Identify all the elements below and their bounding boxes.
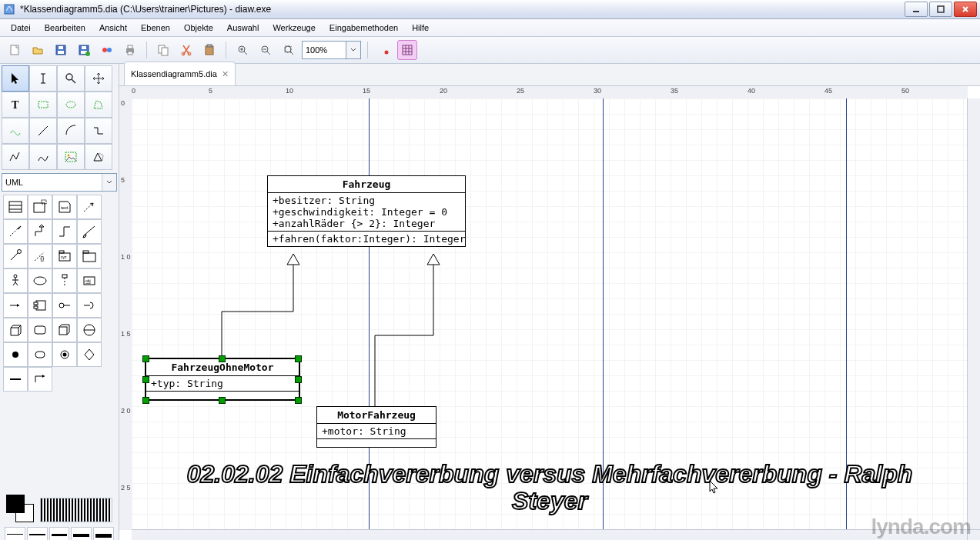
- scrollbar-vertical[interactable]: [967, 98, 980, 530]
- selection-handle[interactable]: [295, 376, 302, 383]
- uml-provided-interface-icon[interactable]: [52, 293, 77, 318]
- thickness-5[interactable]: [93, 527, 114, 540]
- fg-bg-swatches[interactable]: [6, 495, 34, 522]
- snap-grid-button[interactable]: [397, 40, 417, 60]
- tool-zigzag[interactable]: [85, 118, 112, 144]
- save-as-button[interactable]: [74, 40, 94, 60]
- selection-handle[interactable]: [142, 355, 149, 362]
- uml-class-MotorFahrzeug[interactable]: MotorFahrzeug+motor: String: [316, 406, 436, 448]
- cut-button[interactable]: [176, 40, 196, 60]
- tool-polygon[interactable]: [85, 92, 112, 118]
- tool-scroll[interactable]: [85, 65, 112, 92]
- maximize-button[interactable]: [929, 2, 952, 17]
- uml-aggregation-icon[interactable]: [77, 219, 102, 244]
- menu-objekte[interactable]: Objekte: [178, 22, 219, 34]
- tool-line[interactable]: [29, 118, 57, 144]
- uml-note-icon[interactable]: text: [52, 195, 77, 219]
- uml-required-interface-icon[interactable]: [77, 293, 102, 318]
- tool-text[interactable]: T: [2, 92, 29, 118]
- snap-point-button[interactable]: [374, 40, 394, 60]
- tool-box[interactable]: [29, 92, 57, 118]
- open-file-button[interactable]: [28, 40, 48, 60]
- guide-vertical[interactable]: [369, 98, 370, 530]
- uml-3dbox-icon[interactable]: [52, 318, 77, 342]
- selection-handle[interactable]: [142, 397, 149, 404]
- print-button[interactable]: [120, 40, 140, 60]
- uml-message-icon[interactable]: [3, 293, 28, 318]
- fg-swatch[interactable]: [6, 495, 25, 513]
- tool-bezier-line[interactable]: [29, 144, 57, 170]
- tool-image[interactable]: [57, 144, 85, 170]
- save-button[interactable]: [51, 40, 71, 60]
- thickness-4[interactable]: [71, 527, 92, 540]
- selection-handle[interactable]: [142, 376, 149, 383]
- zoom-dropdown[interactable]: [346, 41, 361, 59]
- copy-button[interactable]: [153, 40, 173, 60]
- close-tab-icon[interactable]: ✕: [222, 69, 229, 79]
- uml-template-icon[interactable]: [28, 195, 52, 219]
- uml-class-stereotype-icon[interactable]: [77, 318, 102, 342]
- zoom-in-button[interactable]: [232, 40, 253, 60]
- new-file-button[interactable]: [5, 40, 25, 60]
- scrollbar-horizontal[interactable]: [132, 529, 968, 540]
- uml-small-package-icon[interactable]: xyz: [52, 244, 77, 268]
- uml-dependency-icon[interactable]: [77, 195, 102, 219]
- tool-bezier-area[interactable]: [2, 118, 29, 144]
- paste-button[interactable]: [199, 40, 219, 60]
- close-button[interactable]: [954, 2, 977, 17]
- tool-ellipse[interactable]: [57, 92, 85, 118]
- tool-pointer[interactable]: [2, 65, 29, 92]
- uml-class-FahrzeugOhneMotor[interactable]: FahrzeugOhneMotor+typ: String: [145, 358, 299, 400]
- thickness-2[interactable]: [27, 527, 48, 540]
- export-button[interactable]: [97, 40, 117, 60]
- zoom-combo[interactable]: 100%: [302, 41, 361, 59]
- tool-text-cursor[interactable]: [29, 65, 57, 92]
- uml-large-package-icon[interactable]: [77, 244, 102, 268]
- menu-eingabemethoden[interactable]: Eingabemethoden: [323, 22, 404, 34]
- line-style-selector[interactable]: [40, 498, 112, 522]
- minimize-button[interactable]: [905, 2, 928, 17]
- selection-handle[interactable]: [219, 355, 226, 362]
- uml-class-Fahrzeug[interactable]: Fahrzeug+besitzer: String +geschwindigke…: [267, 175, 466, 247]
- uml-actor-icon[interactable]: [3, 268, 28, 293]
- selection-handle[interactable]: [295, 355, 302, 362]
- uml-decision-icon[interactable]: [77, 342, 102, 367]
- selection-handle[interactable]: [295, 397, 302, 404]
- thickness-1[interactable]: [5, 527, 25, 540]
- uml-fork-icon[interactable]: [3, 367, 28, 392]
- tool-magnify[interactable]: [57, 65, 85, 92]
- uml-class-icon[interactable]: [3, 195, 28, 219]
- zoom-value[interactable]: 100%: [302, 41, 346, 59]
- tool-arc[interactable]: [57, 118, 85, 144]
- tool-polyline[interactable]: [2, 144, 29, 170]
- uml-end-state-icon[interactable]: [52, 342, 77, 367]
- uml-realizes-icon[interactable]: [3, 219, 28, 244]
- uml-state-icon[interactable]: [28, 318, 52, 342]
- thickness-3[interactable]: [49, 527, 70, 540]
- menu-auswahl[interactable]: Auswahl: [221, 22, 266, 34]
- canvas[interactable]: Fahrzeug+besitzer: String +geschwindigke…: [132, 98, 968, 530]
- uml-usecase-icon[interactable]: [28, 268, 52, 293]
- zoom-out-button[interactable]: [279, 40, 299, 60]
- uml-final-state-icon[interactable]: [28, 342, 52, 367]
- shape-sheet-combo[interactable]: UML: [2, 173, 117, 192]
- uml-generalization-icon[interactable]: [28, 219, 52, 244]
- guide-vertical[interactable]: [846, 98, 847, 530]
- menu-werkzeuge[interactable]: Werkzeuge: [266, 22, 321, 34]
- uml-constraint-icon[interactable]: {}: [28, 244, 52, 268]
- uml-association-icon[interactable]: [52, 219, 77, 244]
- selection-handle[interactable]: [219, 397, 226, 404]
- document-tab[interactable]: Klassendiagramm5.dia ✕: [124, 62, 236, 85]
- guide-vertical[interactable]: [603, 98, 604, 530]
- uml-transition-icon[interactable]: [28, 367, 52, 392]
- uml-initial-state-icon[interactable]: [3, 342, 28, 367]
- menu-ebenen[interactable]: Ebenen: [135, 22, 176, 34]
- uml-lifeline-icon[interactable]: [52, 268, 77, 293]
- uml-component-icon[interactable]: [28, 293, 52, 318]
- uml-node-icon[interactable]: [3, 318, 28, 342]
- tool-outline[interactable]: [85, 144, 112, 170]
- uml-implements-icon[interactable]: [3, 244, 28, 268]
- menu-bearbeiten[interactable]: Bearbeiten: [38, 22, 92, 34]
- menu-hilfe[interactable]: Hilfe: [406, 22, 435, 34]
- shape-sheet-dropdown[interactable]: [102, 174, 116, 191]
